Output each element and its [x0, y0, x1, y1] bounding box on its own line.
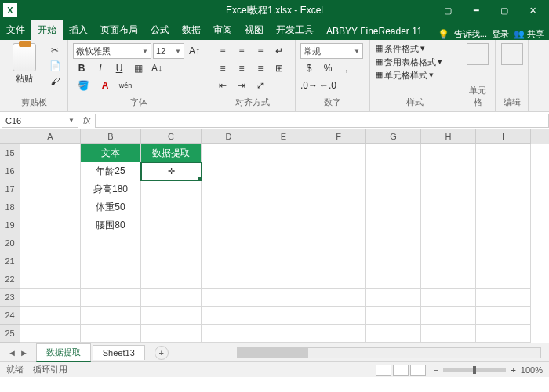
- cell[interactable]: [202, 198, 256, 216]
- cell[interactable]: [421, 144, 476, 162]
- cell[interactable]: [202, 144, 256, 162]
- cell[interactable]: [141, 270, 202, 289]
- tab-formulas[interactable]: 公式: [144, 20, 176, 40]
- column-header[interactable]: B: [81, 129, 141, 144]
- align-middle-button[interactable]: ≡: [233, 43, 250, 59]
- cell[interactable]: [366, 325, 421, 343]
- cell[interactable]: [202, 289, 256, 307]
- cell[interactable]: [421, 325, 476, 343]
- page-layout-view-button[interactable]: [393, 365, 409, 376]
- italic-button[interactable]: I: [92, 60, 109, 76]
- align-bottom-button[interactable]: ≡: [252, 43, 269, 59]
- align-center-button[interactable]: ≡: [233, 60, 250, 76]
- column-header[interactable]: A: [20, 129, 81, 144]
- cell[interactable]: 数据提取: [141, 144, 202, 162]
- tab-view[interactable]: 视图: [238, 20, 270, 40]
- fill-color-button[interactable]: 🪣: [73, 78, 93, 93]
- cell[interactable]: [20, 289, 81, 307]
- underline-button[interactable]: U: [111, 60, 128, 76]
- increase-indent-button[interactable]: ⇥: [233, 78, 250, 93]
- increase-font-button[interactable]: A↑: [186, 43, 203, 59]
- cell[interactable]: [256, 289, 311, 307]
- cut-button[interactable]: ✂: [47, 43, 63, 57]
- cell[interactable]: [141, 180, 202, 198]
- cell[interactable]: [311, 234, 366, 252]
- cell[interactable]: [311, 216, 366, 234]
- cell[interactable]: [256, 198, 311, 216]
- row-header[interactable]: 23: [0, 289, 20, 307]
- page-break-view-button[interactable]: [410, 365, 426, 376]
- cell[interactable]: [421, 234, 476, 252]
- zoom-in-icon[interactable]: +: [511, 365, 515, 375]
- percent-button[interactable]: %: [319, 60, 336, 76]
- formula-bar[interactable]: [95, 114, 549, 128]
- row-header[interactable]: 22: [0, 270, 20, 289]
- cell[interactable]: [20, 252, 81, 270]
- cell-styles-button[interactable]: ▦ 单元格样式 ▾: [375, 70, 455, 82]
- increase-decimal-button[interactable]: .0→: [300, 78, 318, 93]
- cell[interactable]: [141, 307, 202, 325]
- cell[interactable]: [421, 307, 476, 325]
- column-header[interactable]: I: [476, 129, 531, 144]
- row-header[interactable]: 20: [0, 234, 20, 252]
- cell[interactable]: [81, 270, 141, 289]
- cell[interactable]: [476, 162, 531, 180]
- cell[interactable]: [311, 162, 366, 180]
- cell[interactable]: [421, 162, 476, 180]
- cell[interactable]: [476, 289, 531, 307]
- cell[interactable]: [141, 198, 202, 216]
- tab-data[interactable]: 数据: [176, 20, 207, 40]
- cell[interactable]: [311, 198, 366, 216]
- cell[interactable]: [256, 216, 311, 234]
- cell[interactable]: [476, 325, 531, 343]
- align-left-button[interactable]: ≡: [214, 60, 231, 76]
- paste-icon[interactable]: [13, 43, 36, 71]
- cell[interactable]: [366, 144, 421, 162]
- font-name-combo[interactable]: 微软雅黑▼: [73, 43, 151, 59]
- cell[interactable]: [256, 234, 311, 252]
- tab-home[interactable]: 开始: [31, 20, 63, 40]
- cell[interactable]: [141, 234, 202, 252]
- cell[interactable]: [20, 216, 81, 234]
- cell[interactable]: [366, 252, 421, 270]
- cells-icon[interactable]: [467, 43, 489, 65]
- cell[interactable]: [256, 252, 311, 270]
- cell[interactable]: [20, 234, 81, 252]
- currency-button[interactable]: $: [300, 60, 318, 76]
- cell[interactable]: [202, 325, 256, 343]
- decrease-indent-button[interactable]: ⇤: [214, 78, 231, 93]
- cell[interactable]: [81, 252, 141, 270]
- decrease-font-button[interactable]: A↓: [148, 60, 165, 76]
- cell[interactable]: [81, 289, 141, 307]
- cell[interactable]: [311, 289, 366, 307]
- zoom-control[interactable]: − + 100%: [434, 365, 543, 375]
- cell[interactable]: [141, 216, 202, 234]
- cell[interactable]: [366, 307, 421, 325]
- cell[interactable]: [202, 234, 256, 252]
- cell[interactable]: [476, 198, 531, 216]
- column-header[interactable]: E: [256, 129, 311, 144]
- align-top-button[interactable]: ≡: [214, 43, 231, 59]
- row-header[interactable]: 19: [0, 216, 20, 234]
- cell[interactable]: [20, 162, 81, 180]
- row-header[interactable]: 16: [0, 162, 20, 180]
- copy-button[interactable]: 📄: [47, 59, 63, 73]
- cell[interactable]: [421, 270, 476, 289]
- cell[interactable]: [476, 252, 531, 270]
- cell[interactable]: [421, 198, 476, 216]
- name-box[interactable]: C16▼: [2, 114, 78, 128]
- conditional-format-button[interactable]: ▦ 条件格式 ▾: [375, 43, 455, 55]
- row-header[interactable]: 25: [0, 325, 20, 343]
- row-header[interactable]: 21: [0, 252, 20, 270]
- cell[interactable]: [256, 180, 311, 198]
- column-header[interactable]: G: [366, 129, 421, 144]
- zoom-out-icon[interactable]: −: [434, 365, 438, 375]
- cell[interactable]: [202, 180, 256, 198]
- cell[interactable]: [476, 180, 531, 198]
- number-format-combo[interactable]: 常规▼: [300, 43, 363, 59]
- row-header[interactable]: 18: [0, 198, 20, 216]
- row-header[interactable]: 15: [0, 144, 20, 162]
- cell[interactable]: [421, 180, 476, 198]
- cell[interactable]: [81, 234, 141, 252]
- format-painter-button[interactable]: 🖌: [47, 74, 63, 89]
